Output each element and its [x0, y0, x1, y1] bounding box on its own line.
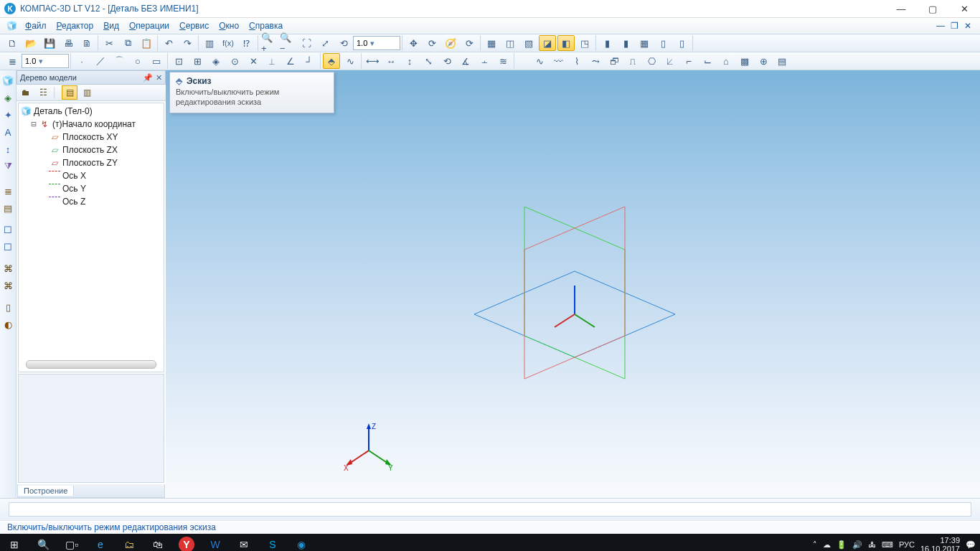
snap-8-icon[interactable]: ┘: [301, 53, 318, 69]
clock[interactable]: 17:39 16.10.2017: [920, 536, 960, 551]
tree-footer-tab[interactable]: Построение: [18, 486, 74, 496]
menu-help[interactable]: Справка: [244, 19, 288, 32]
zoom-out-icon[interactable]: 🔍−: [279, 35, 296, 51]
curve8-icon[interactable]: ⟀: [661, 53, 679, 69]
undo-arrow-icon[interactable]: ↶: [160, 35, 177, 51]
zoom-in-icon[interactable]: 🔍+: [260, 35, 278, 51]
curve4-icon[interactable]: ⤳: [587, 53, 604, 69]
lt-extrude-icon[interactable]: ▯: [0, 299, 17, 315]
tree-root[interactable]: 🧊 Деталь (Тел-0): [20, 105, 162, 118]
view-shade-icon[interactable]: ▧: [520, 35, 537, 51]
zoom-window-icon[interactable]: ⛶: [298, 35, 315, 51]
print-button[interactable]: 🖶: [60, 35, 77, 51]
lt-surface-icon[interactable]: ◈: [0, 90, 17, 105]
tree-pin-icon[interactable]: 📌: [143, 73, 153, 83]
dim6-icon[interactable]: ∡: [457, 53, 474, 69]
minimize-button[interactable]: —: [885, 0, 917, 17]
mdi-minimize[interactable]: —: [936, 21, 945, 31]
tool-c-icon[interactable]: ▦: [636, 35, 653, 51]
curve12-icon[interactable]: ▩: [736, 53, 753, 69]
start-button[interactable]: ⊞: [0, 534, 29, 551]
yandex-icon[interactable]: Y: [179, 537, 194, 551]
lt-report-icon[interactable]: ▤: [0, 200, 17, 216]
action-center-icon[interactable]: 💬: [966, 540, 976, 550]
tree-item[interactable]: ▱ Плоскость ZX: [20, 143, 162, 156]
lt-part-icon[interactable]: ☐: [0, 222, 17, 237]
dim7-icon[interactable]: ⫠: [476, 53, 493, 69]
tool-e-icon[interactable]: ▯: [673, 35, 690, 51]
curve13-icon[interactable]: ⊕: [755, 53, 772, 69]
view-hidden-icon[interactable]: ◫: [501, 35, 519, 51]
layers-icon[interactable]: ≣: [4, 53, 21, 69]
lt-axis-icon[interactable]: ✦: [0, 107, 17, 123]
redo-arrow-icon[interactable]: ↷: [179, 35, 196, 51]
onedrive-icon[interactable]: ☁: [823, 540, 831, 550]
viewport-3d[interactable]: Z X Y: [166, 70, 980, 498]
dim2-icon[interactable]: ↔: [382, 53, 400, 69]
lt-assembly-icon[interactable]: ☐: [0, 239, 17, 255]
orient-icon[interactable]: 🧭: [442, 35, 459, 51]
mdi-close[interactable]: ✕: [964, 21, 971, 31]
pt-icon[interactable]: ·: [73, 53, 90, 69]
snap-4-icon[interactable]: ⊙: [226, 53, 243, 69]
fx-button[interactable]: f(x): [220, 35, 237, 51]
model-tree[interactable]: 🧊 Деталь (Тел-0) ⊟ ↯ (т)Начало координат…: [18, 103, 164, 372]
view-color-icon[interactable]: ◧: [557, 35, 575, 51]
curve5-icon[interactable]: 🗗: [606, 53, 623, 69]
close-button[interactable]: ✕: [948, 0, 980, 17]
circle-icon[interactable]: ○: [129, 53, 146, 69]
word-icon[interactable]: W: [201, 534, 230, 551]
curve14-icon[interactable]: ▤: [773, 53, 791, 69]
tool-d-icon[interactable]: ▯: [654, 35, 672, 51]
cut-button[interactable]: ✂: [100, 35, 118, 51]
snap-2-icon[interactable]: ⊞: [189, 53, 206, 69]
dim3-icon[interactable]: ↕: [401, 53, 418, 69]
zoom-fit-icon[interactable]: ⤢: [316, 35, 334, 51]
view-persp-icon[interactable]: ◳: [576, 35, 593, 51]
tree-item[interactable]: Ось X: [20, 169, 162, 182]
curve11-icon[interactable]: ⌂: [717, 53, 735, 69]
tray-up-icon[interactable]: ˄: [813, 540, 817, 550]
menu-window[interactable]: Окно: [214, 19, 244, 32]
properties-button[interactable]: ▥: [201, 35, 218, 51]
tool-b-icon[interactable]: ▮: [617, 35, 634, 51]
zoom-combo[interactable]: 1.0▾: [353, 36, 400, 50]
lt-spec-icon[interactable]: ≣: [0, 183, 17, 199]
status-input[interactable]: [9, 502, 971, 517]
tree-item[interactable]: Ось Y: [20, 182, 162, 195]
aux-icon[interactable]: ∿: [341, 53, 359, 69]
menu-editor[interactable]: Редактор: [52, 19, 99, 32]
taskview-icon[interactable]: ▢▫: [57, 534, 86, 551]
battery-icon[interactable]: 🔋: [837, 540, 847, 550]
menu-view[interactable]: Вид: [98, 19, 124, 32]
lt-mate-icon[interactable]: ⌘: [0, 260, 17, 276]
view-shade-edges-icon[interactable]: ◪: [539, 35, 556, 51]
keyboard-icon[interactable]: ⌨: [882, 540, 893, 550]
language-indicator[interactable]: РУС: [899, 540, 915, 549]
tree-item[interactable]: Ось Z: [20, 195, 162, 208]
snap-6-icon[interactable]: ⟂: [263, 53, 281, 69]
save-button[interactable]: 💾: [41, 35, 58, 51]
dim4-icon[interactable]: ⤡: [420, 53, 437, 69]
volume-icon[interactable]: 🔊: [852, 540, 862, 550]
tree-item[interactable]: ▱ Плоскость ZY: [20, 156, 162, 169]
snap-5-icon[interactable]: ✕: [245, 53, 262, 69]
lt-dim-icon[interactable]: ↕: [0, 141, 17, 157]
curve1-icon[interactable]: ∿: [531, 53, 548, 69]
menu-file[interactable]: Файл: [20, 19, 52, 32]
tree-mode3-icon[interactable]: ▤: [62, 85, 77, 100]
lt-mate2-icon[interactable]: ⌘: [0, 278, 17, 293]
twisty-icon[interactable]: ⊟: [29, 119, 39, 129]
curve10-icon[interactable]: ⌙: [699, 53, 716, 69]
arc-icon[interactable]: ⌒: [110, 53, 128, 69]
lt-text-icon[interactable]: A: [0, 124, 17, 140]
edge-icon[interactable]: e: [86, 534, 115, 551]
curve7-icon[interactable]: ⎔: [643, 53, 660, 69]
open-button[interactable]: 📂: [22, 35, 39, 51]
tree-item[interactable]: ▱ Плоскость XY: [20, 131, 162, 143]
curve9-icon[interactable]: ⌐: [680, 53, 697, 69]
network-icon[interactable]: 🖧: [868, 540, 876, 549]
menu-operations[interactable]: Операции: [124, 19, 174, 32]
tool-a-icon[interactable]: ▮: [598, 35, 616, 51]
copy-button[interactable]: ⧉: [119, 35, 136, 51]
